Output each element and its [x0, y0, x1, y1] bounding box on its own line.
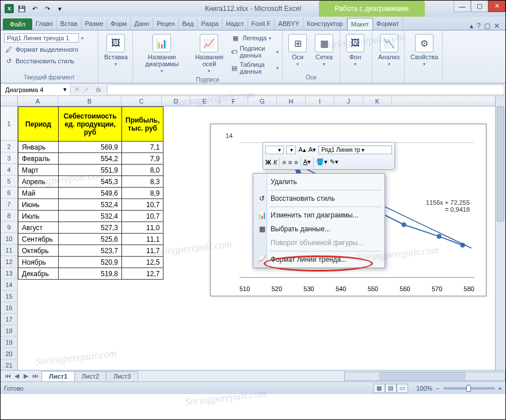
tab-формат[interactable]: Формат [373, 18, 403, 30]
cell[interactable]: 8,0 [122, 165, 163, 176]
header-profit[interactable]: Прибыль, тыс. руб [122, 107, 163, 142]
row-header[interactable]: 17 [1, 314, 17, 325]
page-break-view-icon[interactable]: ▭ [397, 384, 408, 393]
bold-icon[interactable]: Ж [265, 159, 271, 166]
name-box[interactable]: Диаграмма 4▾ [2, 85, 71, 95]
row-header[interactable]: 4 [1, 164, 17, 175]
column-header[interactable]: G [248, 96, 277, 106]
cell[interactable]: 532,4 [59, 211, 122, 222]
column-header[interactable]: A [18, 96, 58, 106]
vertical-scrollbar[interactable] [495, 96, 505, 370]
cell[interactable]: Февраль [18, 153, 59, 165]
mini-series-selector[interactable]: Ряд1 Линия тр▾ [318, 146, 392, 154]
format-selection-button[interactable]: 🖊Формат выделенного [4, 44, 78, 55]
chart-title-button[interactable]: 📊Название диаграммы▾ [136, 33, 188, 75]
zoom-level[interactable]: 100% [416, 385, 432, 392]
cell[interactable]: 11,0 [122, 222, 163, 234]
redo-icon[interactable]: ↷ [42, 3, 52, 14]
cell[interactable]: Декабрь [18, 268, 59, 280]
cell[interactable]: 7,1 [122, 142, 163, 153]
column-header[interactable]: C [121, 96, 162, 106]
qat-dropdown-icon[interactable]: ▾ [55, 3, 65, 14]
mini-size-selector[interactable]: ▾ [286, 146, 296, 154]
cell[interactable]: 8,9 [122, 188, 163, 199]
minimize-button[interactable]: — [454, 1, 471, 12]
zoom-in-icon[interactable]: + [499, 385, 502, 392]
cell[interactable]: 554,2 [59, 153, 122, 165]
column-header[interactable]: J [334, 96, 363, 106]
align-left-icon[interactable]: ≡ [282, 159, 286, 166]
cell[interactable]: 8,3 [122, 176, 163, 188]
close-button[interactable]: ✕ [488, 1, 505, 12]
outline-icon[interactable]: ✎▾ [330, 158, 338, 166]
table-row[interactable]: Декабрь519,812,7 [18, 268, 163, 280]
tab-вид[interactable]: Вид [179, 18, 198, 30]
worksheet-grid[interactable]: ABCDEFGHIJK 1234567891011121314151617181… [1, 96, 505, 370]
formula-input[interactable] [107, 85, 504, 95]
properties-button[interactable]: ⚙Свойства▾ [408, 33, 440, 68]
align-right-icon[interactable]: ≡ [294, 159, 298, 166]
tab-форм[interactable]: Форм [107, 18, 131, 30]
cell[interactable]: 10,7 [122, 211, 163, 222]
mini-font-selector[interactable]: ▾ [265, 146, 284, 154]
cell[interactable]: 11,1 [122, 234, 163, 245]
cell[interactable]: 12,7 [122, 268, 163, 280]
column-header[interactable]: E [191, 96, 219, 106]
column-header[interactable]: B [58, 96, 121, 106]
header-cost[interactable]: Себестоимость ед. продукции, руб [59, 107, 122, 142]
cell[interactable]: Май [18, 188, 59, 199]
cell[interactable]: 532,4 [59, 199, 122, 211]
window-restore-icon[interactable]: ▢ [484, 22, 490, 30]
data-table-button[interactable]: ▤Таблица данных ▾ [231, 60, 279, 75]
tab-конструктор[interactable]: Конструктор [303, 18, 347, 30]
table-row[interactable]: Апрель545,38,3 [18, 176, 163, 188]
column-header[interactable]: H [277, 96, 306, 106]
tab-foxit f[interactable]: Foxit F [248, 18, 275, 30]
column-header[interactable]: K [363, 96, 392, 106]
sheet-tab-2[interactable]: Лист2 [74, 371, 106, 381]
row-header[interactable]: 21 [1, 360, 17, 370]
cell[interactable]: 11,7 [122, 245, 163, 257]
tab-рецен[interactable]: Рецен [153, 18, 178, 30]
row-header[interactable]: 6 [1, 187, 17, 198]
cell[interactable]: 551,9 [59, 165, 122, 176]
reset-style-button[interactable]: ↺Восстановить стиль [4, 56, 74, 66]
help-icon[interactable]: ? [477, 22, 481, 30]
tab-главн[interactable]: Главн [32, 18, 57, 30]
sheet-nav-next-icon[interactable]: ▶ [21, 372, 31, 380]
row-header[interactable]: 7 [1, 198, 17, 210]
row-header[interactable]: 20 [1, 348, 17, 360]
column-header[interactable]: F [219, 96, 248, 106]
cell[interactable]: Январь [18, 142, 59, 153]
menu-item-reset-style[interactable]: ↺Восстановить стиль [254, 192, 383, 205]
font-color-icon[interactable]: A▾ [303, 158, 311, 166]
horizontal-scrollbar[interactable] [344, 372, 505, 381]
tab-разме[interactable]: Разме [82, 18, 108, 30]
cell[interactable]: Ноябрь [18, 257, 59, 268]
cell[interactable]: 569,9 [59, 142, 122, 153]
row-header[interactable]: 16 [1, 302, 17, 314]
cell[interactable]: 523,7 [59, 245, 122, 257]
fx-icon[interactable]: fx [92, 86, 106, 93]
analysis-button[interactable]: 📉Анализ▾ [376, 33, 402, 68]
maximize-button[interactable]: ▢ [471, 1, 488, 12]
row-header[interactable]: 12 [1, 256, 17, 268]
tab-надст[interactable]: Надст [223, 18, 248, 30]
sheet-nav-prev-icon[interactable]: ◀ [12, 372, 21, 380]
row-header[interactable]: 8 [1, 210, 17, 222]
fill-color-icon[interactable]: 🪣▾ [316, 158, 328, 166]
table-row[interactable]: Май549,68,9 [18, 188, 163, 199]
chart-element-selector[interactable]: Ряд1 Линия тренда 1 [4, 33, 79, 43]
row-header[interactable]: 2 [1, 141, 17, 152]
header-period[interactable]: Период [18, 107, 59, 142]
row-header[interactable]: 11 [1, 245, 17, 256]
cell[interactable]: Март [18, 165, 59, 176]
row-header[interactable]: 10 [1, 233, 17, 245]
tab-abbyy[interactable]: ABBYY [275, 18, 303, 30]
zoom-out-icon[interactable]: − [436, 385, 439, 392]
cell[interactable]: Июль [18, 211, 59, 222]
table-row[interactable]: Август527,311,0 [18, 222, 163, 234]
table-row[interactable]: Июль532,410,7 [18, 211, 163, 222]
row-header[interactable]: 19 [1, 337, 17, 348]
cell[interactable]: Июнь [18, 199, 59, 211]
